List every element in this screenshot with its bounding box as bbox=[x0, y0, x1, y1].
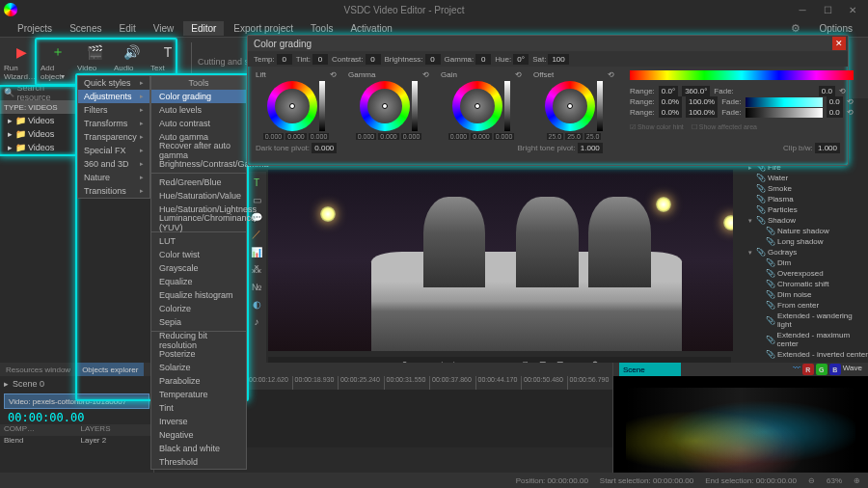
layer-row[interactable]: BlendLayer 2 bbox=[0, 436, 153, 447]
menu-view[interactable]: View bbox=[146, 21, 182, 36]
color-control[interactable]: Hue:0° bbox=[495, 54, 529, 65]
submenu-item[interactable]: Equalize histogram bbox=[151, 288, 246, 302]
effect-tree-item[interactable]: 📎Extended - maximum center bbox=[733, 330, 868, 349]
scope-g-button[interactable]: G bbox=[816, 364, 827, 375]
menu-item[interactable]: Special FX bbox=[78, 144, 149, 157]
color-control[interactable]: Brightness:0 bbox=[385, 54, 441, 65]
submenu-item[interactable]: Threshold bbox=[151, 455, 246, 469]
submenu-item[interactable]: Hue/Saturation/Value bbox=[151, 189, 246, 203]
submenu-item[interactable]: Auto contrast bbox=[151, 117, 246, 130]
timeline-tick: 00:00:44.170 bbox=[475, 376, 518, 390]
menu-item[interactable]: Nature bbox=[78, 171, 149, 184]
scope-r-button[interactable]: R bbox=[802, 364, 814, 375]
video-preview[interactable] bbox=[268, 170, 785, 351]
submenu-item[interactable]: Sepia bbox=[151, 315, 246, 329]
effect-tree-item[interactable]: 📎Long shadow bbox=[733, 236, 868, 247]
menu-editor[interactable]: Editor bbox=[183, 21, 224, 36]
submenu-item[interactable]: Solarize bbox=[151, 361, 246, 374]
effect-tree-item[interactable]: 📎Water bbox=[733, 173, 868, 183]
effect-tree-item[interactable]: 📎Nature shadow bbox=[733, 226, 868, 236]
color-control[interactable]: Sat:100 bbox=[532, 54, 569, 65]
menu-scenes[interactable]: Scenes bbox=[62, 21, 109, 36]
menu-item[interactable]: Transitions bbox=[78, 184, 149, 198]
menu-projects[interactable]: Projects bbox=[10, 21, 60, 36]
spray-tool-icon[interactable]: ⁂ bbox=[250, 262, 263, 276]
submenu-item[interactable]: Black and white bbox=[151, 442, 246, 455]
submenu-item[interactable]: Colorize bbox=[151, 302, 246, 315]
submenu-item[interactable]: Auto levels bbox=[151, 103, 246, 117]
effect-tree-item[interactable]: 📎Dim noise bbox=[733, 289, 868, 300]
effect-tree-item[interactable]: 📎Particles bbox=[733, 204, 868, 215]
menu-item[interactable]: Transparency bbox=[78, 130, 149, 144]
scene-dropdown[interactable]: Scene bbox=[619, 363, 681, 376]
run-wizard-button[interactable]: ▶Run Wizard… bbox=[4, 40, 39, 84]
range-slider[interactable]: Range:0.0%100.0%Fade:0.0⟲ bbox=[630, 107, 854, 118]
effect-tree-item[interactable]: 📎Extended - wandering light bbox=[733, 311, 868, 330]
effect-tree-item[interactable]: 📎Plasma bbox=[733, 194, 868, 204]
hue-range-bar[interactable] bbox=[630, 70, 854, 80]
counter-tool-icon[interactable]: № bbox=[250, 280, 263, 293]
color-control[interactable]: Contrast:0 bbox=[332, 54, 380, 65]
status-start: Start selection: 00:00:00.00 bbox=[600, 476, 693, 485]
menu-item[interactable]: Quick styles bbox=[78, 76, 149, 90]
submenu-item[interactable]: Equalize bbox=[151, 275, 246, 288]
submenu-item[interactable]: Red/Green/Blue bbox=[151, 176, 246, 189]
color-control[interactable]: Gamma:0 bbox=[445, 54, 492, 65]
scene-label[interactable]: Scene 0 bbox=[13, 379, 44, 389]
scope-waveform-icon[interactable]: 〰 bbox=[793, 364, 800, 375]
text-tool-icon[interactable]: T bbox=[250, 176, 263, 189]
effect-tree-item[interactable]: 📎Overexposed bbox=[733, 268, 868, 279]
menu-item[interactable]: Transforms bbox=[78, 117, 149, 130]
range-slider[interactable]: Range:0.0°360.0°Fade:0.0⟲ bbox=[630, 86, 854, 96]
submenu-item[interactable]: Parabolize bbox=[151, 374, 246, 388]
effect-tree-item[interactable]: 📎Chromatic shift bbox=[733, 279, 868, 289]
effect-tree-item[interactable]: 📎Extended - inverted center bbox=[733, 349, 868, 360]
scope-mode[interactable]: Wave bbox=[843, 364, 862, 375]
menu-edit[interactable]: Edit bbox=[111, 21, 143, 36]
effect-tree-item[interactable]: 📎Dim bbox=[733, 258, 868, 268]
mask-tool-icon[interactable]: ◐ bbox=[250, 297, 263, 311]
submenu-item[interactable]: Luminance/Chrominance (YUV) bbox=[151, 216, 246, 230]
submenu-item[interactable]: Reducing bit resolution bbox=[151, 334, 246, 347]
menu-export[interactable]: Export project bbox=[226, 21, 301, 36]
menu-item[interactable]: Filters bbox=[78, 103, 149, 117]
submenu-item[interactable]: Grayscale bbox=[151, 261, 246, 275]
panel-close-button[interactable]: ✕ bbox=[832, 37, 846, 50]
submenu-item[interactable]: Negative bbox=[151, 428, 246, 442]
color-control[interactable]: Temp:0 bbox=[254, 54, 292, 65]
timeline-tick: 00:00:50.480 bbox=[521, 376, 563, 390]
submenu-item[interactable]: Inverse bbox=[151, 415, 246, 428]
chart-tool-icon[interactable]: 📊 bbox=[250, 245, 263, 258]
scope-b-button[interactable]: B bbox=[829, 364, 841, 375]
submenu-item[interactable]: LUT bbox=[151, 234, 246, 248]
submenu-item[interactable]: Temperature bbox=[151, 388, 246, 401]
settings-icon[interactable]: ⚙ bbox=[783, 20, 808, 37]
submenu-item[interactable]: Color twist bbox=[151, 248, 246, 261]
submenu-item[interactable]: Color grading bbox=[151, 90, 246, 103]
color-wheel-gain[interactable]: Gain⟲0.0000.0000.000 bbox=[437, 70, 526, 140]
resources-tab[interactable]: Resources window bbox=[0, 363, 76, 376]
effect-tree-item[interactable]: 📎Smoke bbox=[733, 183, 868, 194]
menu-tools[interactable]: Tools bbox=[303, 21, 340, 36]
effect-tree-item[interactable]: 📎From center bbox=[733, 300, 868, 311]
color-wheel-lift[interactable]: Lift⟲0.0000.0000.000 bbox=[252, 70, 340, 140]
color-wheel-gamma[interactable]: Gamma⟲0.0000.0000.000 bbox=[344, 70, 433, 140]
audio-tool-icon[interactable]: ♪ bbox=[250, 314, 263, 328]
options-link[interactable]: Options bbox=[812, 21, 860, 36]
submenu-item[interactable]: Tint bbox=[151, 401, 246, 415]
zoom-out-icon[interactable]: ⊖ bbox=[808, 476, 815, 485]
zoom-in-icon[interactable]: ⊕ bbox=[854, 476, 860, 485]
close-button[interactable]: ✕ bbox=[841, 2, 864, 17]
color-wheel-offset[interactable]: Offset⟲25.025.025.0 bbox=[529, 70, 618, 140]
color-control[interactable]: Tint:0 bbox=[296, 54, 328, 65]
minimize-button[interactable]: ─ bbox=[791, 2, 814, 17]
effect-tree-item[interactable]: ▾📎Godrays bbox=[733, 247, 868, 258]
menu-activation[interactable]: Activation bbox=[342, 21, 399, 36]
menu-item[interactable]: Adjustments bbox=[78, 90, 149, 103]
effect-tree-item[interactable]: ▾📎Shadow bbox=[733, 215, 868, 226]
submenu-item[interactable]: Recover after auto gamma bbox=[151, 144, 246, 157]
maximize-button[interactable]: ☐ bbox=[816, 2, 839, 17]
submenu-item[interactable]: Brightness/Contrast/Gamma bbox=[151, 157, 246, 171]
range-slider[interactable]: Range:0.0%100.0%Fade:0.0⟲ bbox=[630, 96, 854, 107]
menu-item[interactable]: 360 and 3D bbox=[78, 157, 149, 171]
